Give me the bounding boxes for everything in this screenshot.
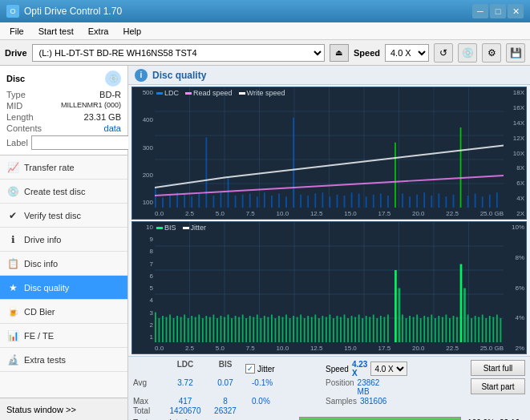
sidebar-item-disc-quality-label: Disc quality (24, 283, 69, 293)
chart-ldc: LDC Read speed Write speed 5004003002001… (131, 87, 527, 220)
samples-value: 381606 (360, 397, 386, 406)
sidebar-item-verify-test-disc[interactable]: ✔ Verify test disc (0, 204, 127, 228)
svg-rect-168 (500, 318, 501, 342)
svg-rect-32 (293, 118, 294, 208)
svg-rect-126 (344, 315, 346, 343)
save-button[interactable]: 💾 (506, 43, 525, 63)
sidebar-item-extra-tests[interactable]: 🔬 Extra tests (0, 348, 127, 372)
jitter-label: Jitter (257, 365, 275, 374)
svg-rect-82 (184, 315, 185, 343)
disc-label-input[interactable] (31, 135, 138, 150)
position-label: Position (326, 378, 354, 396)
svg-rect-156 (456, 317, 458, 343)
position-info: Position 23862 MB (326, 378, 390, 396)
avg-jitter: -0.1% (245, 378, 326, 396)
transfer-rate-icon: 📈 (6, 161, 19, 174)
svg-rect-145 (416, 315, 418, 343)
sidebar-item-create-test-disc[interactable]: 💿 Create test disc (0, 180, 127, 204)
svg-rect-123 (333, 318, 334, 342)
sidebar-item-create-test-disc-label: Create test disc (24, 187, 85, 196)
menu-help[interactable]: Help (116, 25, 148, 38)
svg-rect-50 (423, 192, 425, 208)
total-bis: 26327 (205, 406, 245, 415)
sidebar-item-disc-quality[interactable]: ★ Disc quality (0, 276, 127, 300)
menu-file[interactable]: File (3, 25, 30, 38)
svg-rect-164 (485, 318, 487, 342)
svg-rect-119 (318, 318, 320, 342)
avg-row-label: Avg (133, 378, 165, 396)
eject-button[interactable]: ⏏ (330, 44, 349, 62)
svg-rect-150 (435, 318, 436, 342)
svg-rect-93 (224, 317, 225, 343)
status-window-label: Status window >> (6, 405, 76, 414)
svg-rect-75 (159, 318, 160, 342)
disc-info-icon: 📋 (6, 257, 19, 270)
svg-rect-83 (188, 318, 189, 342)
disc-mid-label: MID (6, 101, 22, 111)
sidebar-item-fe-te[interactable]: 📊 FE / TE (0, 324, 127, 348)
speed-select[interactable]: 4.0 X 1.0 X 2.0 X 8.0 X (385, 44, 429, 62)
disc-type-value: BD-R (99, 90, 121, 99)
speed-measured: 4.23 X (352, 360, 367, 378)
svg-rect-132 (366, 316, 367, 342)
svg-rect-60 (496, 192, 498, 208)
maximize-button[interactable]: □ (490, 4, 506, 18)
ldc-col-header: LDC (165, 360, 205, 378)
svg-rect-152 (442, 317, 443, 343)
close-button[interactable]: ✕ (508, 4, 524, 18)
svg-rect-163 (482, 315, 483, 343)
disc-mid-value: MILLENMR1 (000) (61, 101, 121, 111)
menu-extra[interactable]: Extra (82, 25, 115, 38)
drive-select[interactable]: (L:) HL-DT-ST BD-RE WH16NS58 TST4 (32, 44, 325, 62)
svg-rect-52 (438, 194, 439, 208)
quality-header: i Disc quality (128, 66, 530, 85)
svg-rect-95 (231, 318, 233, 342)
main-layout: Disc 💿 Type BD-R MID MILLENMR1 (000) Len… (0, 66, 530, 420)
svg-rect-55 (460, 127, 462, 208)
settings-button[interactable]: ⚙ (482, 43, 501, 63)
refresh-button[interactable]: ↺ (434, 43, 453, 63)
window-controls: ─ □ ✕ (472, 4, 524, 18)
start-part-button[interactable]: Start part (471, 378, 525, 394)
svg-rect-100 (249, 316, 251, 342)
bis-col-header: BIS (205, 360, 245, 378)
start-full-button[interactable]: Start full (471, 360, 525, 376)
avg-ldc: 3.72 (165, 378, 205, 396)
stats-bar: LDC BIS ✓ Jitter Speed 4.23 X 4.0 X (128, 356, 530, 420)
disc-icon-button[interactable]: 💿 (458, 43, 477, 63)
sidebar-item-extra-tests-label: Extra tests (24, 355, 66, 365)
svg-rect-29 (271, 196, 273, 208)
svg-rect-89 (209, 317, 211, 343)
svg-rect-46 (394, 143, 396, 208)
speed-result-select[interactable]: 4.0 X (370, 361, 407, 376)
svg-rect-115 (304, 318, 305, 342)
svg-rect-48 (409, 196, 411, 208)
action-buttons: Start full Start part (471, 360, 525, 394)
jitter-checkbox[interactable]: ✓ (245, 364, 255, 374)
app-icon: O (6, 5, 19, 18)
svg-rect-103 (260, 318, 261, 342)
sidebar: Disc 💿 Type BD-R MID MILLENMR1 (000) Len… (0, 66, 128, 420)
sidebar-item-drive-info[interactable]: ℹ Drive info (0, 228, 127, 252)
svg-rect-40 (351, 192, 353, 208)
content-area: i Disc quality LDC Read speed Write spee… (128, 66, 530, 420)
svg-rect-111 (289, 318, 291, 342)
svg-rect-80 (176, 316, 178, 342)
svg-rect-129 (354, 317, 356, 343)
svg-rect-130 (358, 315, 360, 343)
progress-row: Test completed 100.0% 33:16 (133, 417, 525, 420)
sidebar-item-disc-info-label: Disc info (24, 259, 58, 269)
svg-rect-122 (330, 315, 331, 343)
sidebar-item-cd-bier[interactable]: 🍺 CD Bier (0, 300, 127, 324)
svg-rect-107 (275, 318, 277, 342)
svg-rect-118 (314, 315, 316, 343)
minimize-button[interactable]: ─ (472, 4, 488, 18)
sidebar-item-disc-info[interactable]: 📋 Disc info (0, 252, 127, 276)
svg-rect-77 (166, 317, 168, 343)
svg-rect-74 (155, 313, 156, 343)
sidebar-item-transfer-rate[interactable]: 📈 Transfer rate (0, 155, 127, 180)
status-window-nav[interactable]: Status window >> (0, 398, 127, 420)
svg-rect-86 (198, 315, 200, 343)
menu-start-test[interactable]: Start test (32, 25, 80, 38)
svg-rect-148 (427, 317, 429, 343)
